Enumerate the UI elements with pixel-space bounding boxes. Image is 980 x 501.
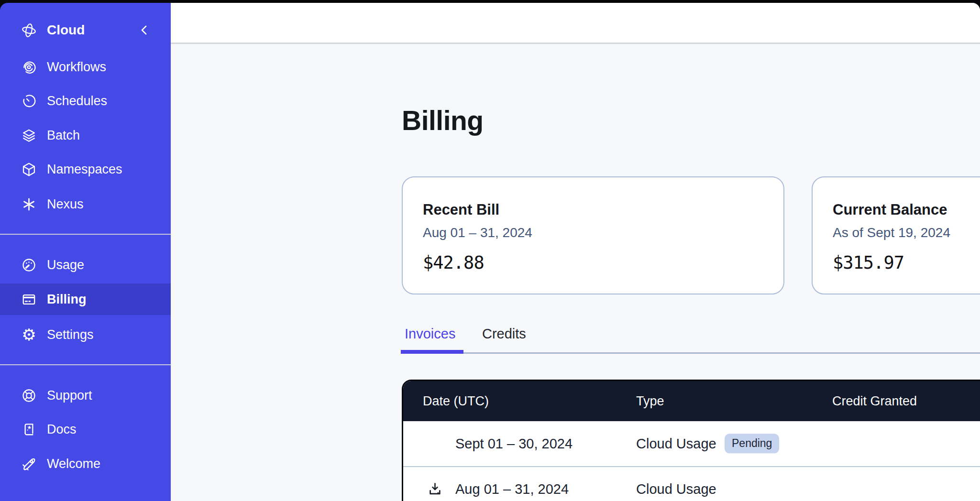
tab-underline-track [401, 352, 980, 354]
main-content: Billing Recent Bill Aug 01 – 31, 2024 $4… [171, 3, 980, 501]
settings-icon: ⚙ [21, 327, 37, 343]
column-header-credit-granted: Credit Granted [832, 394, 917, 409]
card-period: As of Sept 19, 2024 [833, 225, 950, 240]
sidebar-item-workflows[interactable]: Workflows [0, 51, 171, 83]
nexus-icon [21, 196, 37, 212]
sidebar-item-welcome[interactable]: Welcome [0, 448, 171, 479]
sidebar-brand[interactable]: Cloud [0, 14, 171, 46]
status-badge: Pending [725, 434, 779, 453]
desktop-background: { "colors": { "sidebar_bg": "#4549e5", "… [0, 0, 980, 501]
table-header: Date (UTC) Type Credit Granted [403, 381, 980, 421]
invoices-table: Date (UTC) Type Credit Granted Sept 01 –… [402, 380, 980, 501]
sidebar-item-label: Support [47, 388, 92, 403]
sidebar-item-namespaces[interactable]: Namespaces [0, 153, 171, 185]
sidebar-item-label: Schedules [47, 94, 107, 109]
sidebar-item-label: Settings [47, 327, 94, 342]
billing-icon [21, 292, 37, 307]
tab-invoices[interactable]: Invoices [405, 326, 455, 342]
table-row[interactable]: Aug 01 – 31, 2024 Cloud Usage [403, 466, 980, 501]
column-header-date: Date (UTC) [423, 394, 489, 409]
sidebar-collapse-button[interactable] [137, 23, 152, 37]
docs-icon [21, 422, 37, 437]
brand-label: Cloud [47, 22, 85, 38]
sidebar-divider [0, 234, 171, 235]
sidebar-item-batch[interactable]: Batch [0, 120, 171, 151]
sidebar-item-label: Welcome [47, 457, 100, 471]
sidebar-item-usage[interactable]: Usage [0, 249, 171, 281]
temporal-logo-icon [21, 22, 37, 38]
sidebar-item-label: Usage [47, 258, 84, 272]
invoice-date: Sept 01 – 30, 2024 [455, 436, 573, 452]
card-period: Aug 01 – 31, 2024 [423, 225, 532, 240]
page-title: Billing [402, 105, 484, 136]
card-amount: $42.88 [423, 252, 484, 273]
chevron-left-icon [137, 23, 152, 37]
sidebar-item-nexus[interactable]: Nexus [0, 188, 171, 220]
card-title: Recent Bill [423, 201, 499, 218]
tab-credits[interactable]: Credits [482, 326, 526, 342]
tab-active-indicator [401, 350, 463, 354]
sidebar-item-label: Namespaces [47, 162, 122, 177]
column-header-type: Type [636, 394, 664, 409]
recent-bill-card: Recent Bill Aug 01 – 31, 2024 $42.88 [402, 176, 784, 294]
namespaces-icon [21, 162, 37, 177]
current-balance-card: Current Balance As of Sept 19, 2024 $315… [812, 176, 980, 294]
top-bar [171, 3, 980, 44]
sidebar-item-docs[interactable]: Docs [0, 414, 171, 445]
usage-icon [21, 257, 37, 273]
sidebar-item-label: Batch [47, 128, 80, 143]
sidebar-item-schedules[interactable]: Schedules [0, 85, 171, 117]
sidebar-item-settings[interactable]: ⚙ Settings [0, 319, 171, 350]
invoice-date: Aug 01 – 31, 2024 [455, 481, 569, 497]
sidebar-item-support[interactable]: Support [0, 380, 171, 411]
welcome-rocket-icon [21, 456, 37, 472]
table-row[interactable]: Sept 01 – 30, 2024 Cloud Usage Pending [403, 421, 980, 466]
card-amount: $315.97 [833, 252, 904, 273]
sidebar-item-label: Workflows [47, 60, 106, 75]
sidebar-item-label: Nexus [47, 197, 84, 212]
app-window: Cloud Workflows Schedule [0, 3, 980, 501]
card-title: Current Balance [833, 201, 947, 218]
support-icon [21, 388, 37, 403]
sidebar-item-label: Docs [47, 422, 77, 437]
sidebar-divider [0, 364, 171, 365]
invoice-type: Cloud Usage [636, 436, 716, 452]
invoice-type: Cloud Usage [636, 481, 716, 497]
schedules-icon [21, 93, 37, 109]
workflows-icon [21, 59, 37, 75]
download-invoice-button[interactable] [427, 481, 443, 497]
sidebar-item-billing[interactable]: Billing [0, 283, 171, 315]
sidebar-item-label: Billing [47, 292, 87, 307]
batch-icon [21, 128, 37, 143]
download-icon [427, 481, 443, 497]
sidebar: Cloud Workflows Schedule [0, 3, 171, 501]
